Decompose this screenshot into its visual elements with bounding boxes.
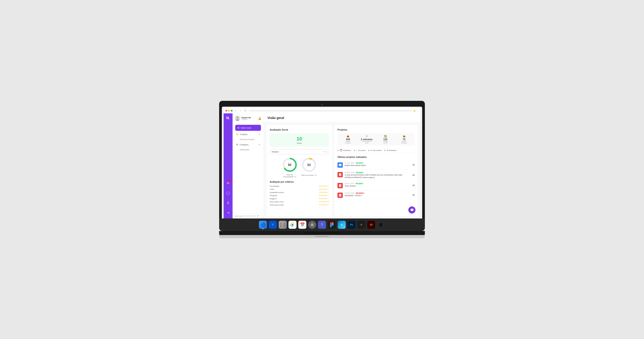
svg-point-19	[292, 224, 294, 226]
main-header: Visão geral	[264, 113, 420, 122]
filter-select[interactable]: Redator × ∨	[270, 149, 329, 154]
url-bar[interactable]	[249, 110, 412, 111]
figma-icon[interactable]	[328, 221, 336, 229]
project-icon	[338, 172, 343, 177]
criteria-row: Imagens ★★★★★	[270, 198, 329, 200]
filter-actions: × ∨	[323, 150, 327, 153]
stars-3: ★★★★★	[319, 194, 329, 196]
project-score: 10	[412, 184, 414, 186]
nav-item-projetos[interactable]: 📁 Projetos ∧	[234, 131, 262, 137]
project-item-1[interactable]: 04 DEZ. 2023 No prazo O QUE ACONTECERIA …	[338, 170, 414, 181]
messages-icon[interactable]: ✉	[225, 180, 231, 186]
project-info: 19 JUL. 2022 No prazo Teste Globant	[344, 182, 410, 187]
screen: N. ✉ ◯ $ ⇥	[224, 113, 420, 218]
inbox-icon: 📥	[339, 135, 357, 138]
status-recusados: 0 ✕ Recusados	[368, 149, 382, 152]
calculator-icon[interactable]: =	[357, 221, 366, 229]
browser-chrome: ‹ › ↻ ⭐ ⋮ N. ✉ ◯ $ ⇥	[222, 107, 422, 218]
status-badge: No prazo	[355, 182, 364, 184]
svg-rect-8	[339, 164, 342, 164]
clock-icon: ⏰	[340, 149, 342, 152]
info-icon[interactable]: ⓘ	[294, 176, 296, 178]
criteria-list: Formatação ★★★★★ Título ★★★★★	[270, 185, 329, 206]
project-item-0[interactable]: 27 JUN. 2023 No prazo projeto teste uplo…	[338, 160, 414, 170]
recomendacao-donut: 92	[282, 157, 298, 173]
back-button[interactable]: ‹	[234, 109, 238, 112]
folder-icon: 📁	[236, 133, 239, 136]
box-icon: 📦	[395, 135, 413, 138]
project-item-2[interactable]: 19 JUL. 2022 No prazo Teste Globant 10	[338, 181, 414, 190]
stat-aceitos: ✅ 122 Projetosaceitos	[377, 135, 394, 144]
clear-icon[interactable]: ×	[323, 150, 324, 153]
criteria-title: Avaliação por critérios	[270, 181, 329, 183]
check-circle-icon: ✓	[356, 149, 358, 152]
photoshop-icon[interactable]: Ps	[348, 221, 356, 229]
browser-actions: ⭐ ⋮	[413, 110, 418, 112]
laptop-shell: ‹ › ↻ ⭐ ⋮ N. ✉ ◯ $ ⇥	[219, 101, 425, 238]
browser-bar: ‹ › ↻ ⭐ ⋮	[224, 108, 420, 113]
browser-nav: ‹ › ↻	[234, 109, 247, 112]
nav-sub-item-notificacoes[interactable]: Notificações	[234, 148, 262, 152]
criteria-row: Formatação ★★★★★	[270, 185, 329, 187]
stars-5: ★★★★★	[319, 200, 329, 203]
settings-icon[interactable]: ⚙	[308, 221, 316, 229]
teams-icon[interactable]: T	[318, 221, 326, 229]
status-badge: Em atraso	[355, 192, 365, 194]
refresh-button[interactable]: ↻	[244, 109, 247, 112]
dollar-icon[interactable]: $	[225, 200, 231, 206]
grid-icon: ⊞	[238, 126, 239, 129]
sidebar-icon-group: ✉ ◯ $ ⇥	[225, 180, 231, 216]
info-icon-2[interactable]: ⓘ	[315, 174, 317, 176]
nav-item-config[interactable]: ⚙ Configura... ∧	[234, 142, 262, 148]
project-icon	[338, 162, 343, 168]
illustrator-icon[interactable]: Ai	[367, 221, 375, 229]
count: 0	[354, 149, 355, 152]
score-label: Média	[272, 142, 326, 144]
criteria-name: Título	[270, 188, 290, 190]
avaliacao-title: Avaliação Geral	[270, 128, 329, 131]
bell-icon[interactable]: 🔔	[258, 117, 262, 120]
svg-point-2	[236, 119, 239, 121]
gear-icon: ⚙	[236, 143, 238, 146]
laptop-notch	[304, 232, 340, 234]
active-dot	[262, 228, 264, 229]
stars-2: ★★★★★	[319, 191, 329, 194]
laptop-hinge	[219, 231, 425, 235]
chat-button[interactable]: 💬	[408, 206, 416, 214]
chat-icon: 💬	[410, 208, 414, 212]
edge-icon[interactable]: e	[338, 221, 346, 229]
sucesso-donut: 33	[301, 157, 317, 173]
launchpad-icon[interactable]: ⋮⋮	[278, 221, 287, 229]
minimize-dot	[228, 110, 230, 112]
project-info: 04 DEZ. 2023 No prazo O QUE ACONTECERIA …	[344, 172, 410, 179]
trash-icon[interactable]: 🗑	[377, 221, 385, 229]
calendar-icon[interactable]: 📅	[298, 221, 306, 229]
forward-button[interactable]: ›	[239, 109, 242, 112]
chrome-icon[interactable]	[288, 221, 296, 229]
eye-icon[interactable]: 👁	[257, 215, 259, 217]
main-content: Visão geral Avaliação Geral 10 Média Red…	[264, 113, 420, 218]
x-icon: ✕	[370, 149, 372, 152]
stat-value: 75	[395, 138, 413, 141]
clock-icon[interactable]: ◯	[225, 190, 231, 196]
nav-item-visao-geral[interactable]: ⊞ Visão Geral	[235, 125, 261, 131]
project-info: 27 JUN. 2023 No prazo projeto teste uplo…	[344, 162, 410, 166]
chevron-down-icon[interactable]: ∨	[325, 150, 327, 153]
nav-item-label: Configura...	[240, 144, 250, 146]
user-name: Expert Nx	[242, 116, 257, 119]
criteria-name: Teste para review	[270, 204, 290, 206]
sourcetree-icon[interactable]: ⑂	[269, 221, 277, 229]
status-label: Atrasados	[343, 149, 351, 152]
illustrator-label: Ai	[370, 223, 372, 226]
logout-icon[interactable]: ⇥	[225, 210, 231, 216]
stat-recebidos: 📥 309 Projetosrecebidos	[339, 135, 357, 144]
recomendacao-label: Índice de recomendação ⓘ	[282, 174, 298, 178]
nav-sub-item-gerenciar[interactable]: Gerenciar Projetos	[234, 137, 262, 142]
project-icon	[338, 183, 343, 188]
recomendacao-chart: 92 Índice de recomendação ⓘ	[282, 157, 298, 178]
finder-icon[interactable]: 🔵	[259, 221, 267, 229]
status-badge: No prazo	[355, 172, 364, 174]
balance-bar	[245, 216, 256, 216]
project-item-3[interactable]: 01 FEV. 2023 Em atraso INSOMNIA - TESTE …	[338, 190, 414, 200]
projetos-title: Projetos	[338, 128, 414, 131]
